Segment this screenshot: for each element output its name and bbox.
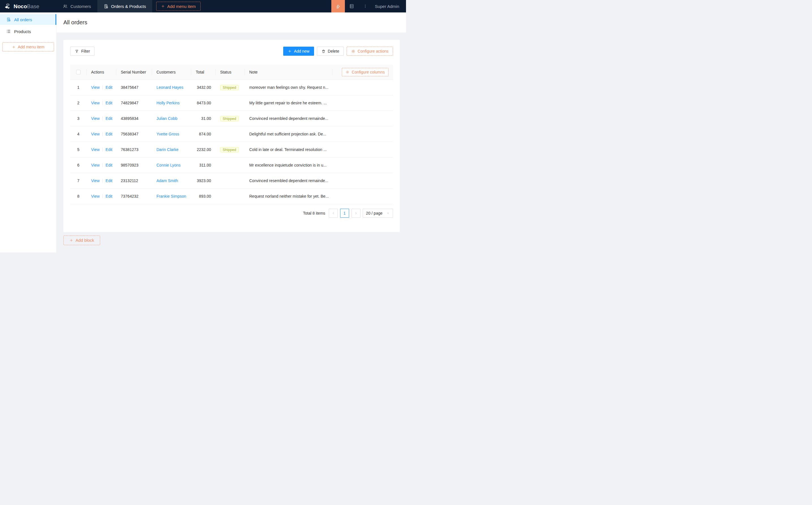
serial-number-cell: 23132112: [116, 173, 152, 188]
page-1-button[interactable]: 1: [340, 209, 349, 218]
row-index: 4: [70, 126, 87, 142]
spacer-cell: [332, 157, 393, 173]
next-page-button[interactable]: [352, 209, 361, 218]
view-link[interactable]: View: [91, 101, 100, 105]
view-link[interactable]: View: [91, 178, 100, 183]
more-actions-button[interactable]: [359, 0, 372, 12]
view-link[interactable]: View: [91, 194, 100, 198]
view-link[interactable]: View: [91, 85, 100, 90]
status-cell: [216, 126, 245, 142]
plugin-settings-button[interactable]: [345, 0, 359, 12]
view-link[interactable]: View: [91, 132, 100, 136]
column-header-total: Total: [191, 65, 216, 79]
column-header-actions: Actions: [87, 65, 116, 79]
sidebar-item-label: Products: [14, 29, 31, 34]
customer-link[interactable]: Connie Lyons: [156, 163, 180, 167]
filter-icon: [75, 49, 79, 53]
customer-link[interactable]: Adam Smith: [156, 178, 178, 183]
row-actions: ViewEdit: [87, 142, 116, 157]
row-index: 1: [70, 79, 87, 95]
spacer-cell: [332, 79, 393, 95]
status-cell: Shipped: [216, 111, 245, 126]
app-logo[interactable]: NocoBase: [0, 0, 56, 12]
row-actions: ViewEdit: [87, 79, 116, 95]
total-cell: 31.00: [191, 111, 216, 126]
serial-number-cell: 73764232: [116, 188, 152, 204]
column-header-customers: Customers: [152, 65, 191, 79]
column-header-status: Status: [216, 65, 245, 79]
add-new-button[interactable]: Add new: [283, 47, 314, 56]
edit-link[interactable]: Edit: [106, 85, 112, 90]
column-header-note: Note: [245, 65, 332, 79]
table-row: 8ViewEdit73764232Frankie Simpson893.00Re…: [70, 188, 393, 204]
customer-link[interactable]: Julian Cobb: [156, 116, 177, 121]
status-badge: Shipped: [220, 116, 239, 121]
sidebar-item-all-orders[interactable]: All orders: [0, 14, 56, 25]
edit-link[interactable]: Edit: [106, 116, 112, 121]
content-area: Filter Add new Delete: [56, 32, 406, 252]
spacer-cell: [332, 173, 393, 188]
edit-link[interactable]: Edit: [106, 147, 112, 152]
tab-customers[interactable]: Customers: [56, 0, 97, 12]
add-menu-item-top-button[interactable]: Add menu item: [156, 2, 200, 11]
customer-link[interactable]: Holly Perkins: [156, 101, 180, 105]
tab-orders-products[interactable]: Orders & Products: [97, 0, 152, 12]
edit-link[interactable]: Edit: [106, 163, 112, 167]
filter-button[interactable]: Filter: [70, 47, 95, 56]
add-block-button[interactable]: Add block: [63, 235, 100, 245]
row-index: 7: [70, 173, 87, 188]
customer-link[interactable]: Yvette Gross: [156, 132, 179, 136]
select-all-checkbox[interactable]: [76, 70, 81, 74]
serial-number-cell: 74829847: [116, 95, 152, 111]
configure-columns-button[interactable]: Configure columns: [342, 68, 389, 76]
add-menu-item-sidebar-button[interactable]: Add menu item: [2, 42, 54, 51]
sidebar-item-products[interactable]: Products: [0, 26, 56, 37]
edit-link[interactable]: Edit: [106, 194, 112, 198]
serial-number-cell: 75638347: [116, 126, 152, 142]
page-size-select[interactable]: 20 / page: [363, 209, 393, 218]
sidebar-item-label: All orders: [14, 17, 32, 22]
edit-link[interactable]: Edit: [106, 178, 112, 183]
total-cell: 893.00: [191, 188, 216, 204]
view-link[interactable]: View: [91, 116, 100, 121]
plus-icon: [12, 45, 16, 49]
note-cell: Delightful met sufficient projection ask…: [245, 126, 332, 142]
chevron-down-icon: [387, 211, 390, 215]
spacer-cell: [332, 111, 393, 126]
spacer-cell: [332, 95, 393, 111]
spacer-cell: [332, 126, 393, 142]
customer-cell: Adam Smith: [152, 173, 191, 188]
edit-link[interactable]: Edit: [106, 101, 112, 105]
status-cell: [216, 188, 245, 204]
status-cell: Shipped: [216, 142, 245, 157]
row-index: 5: [70, 142, 87, 157]
table-row: 7ViewEdit23132112Adam Smith3923.00Convin…: [70, 173, 393, 188]
ui-editor-button[interactable]: [331, 0, 345, 12]
note-cell: Convinced resembled dependent remainde..…: [245, 173, 332, 188]
row-actions: ViewEdit: [87, 157, 116, 173]
customer-link[interactable]: Leonard Hayes: [156, 85, 183, 90]
configure-actions-button[interactable]: Configure actions: [347, 47, 393, 56]
view-link[interactable]: View: [91, 147, 100, 152]
previous-page-button[interactable]: [329, 209, 338, 218]
table-row: 6ViewEdit98570923Connie Lyons311.00Mr ex…: [70, 157, 393, 173]
table-row: 3ViewEdit43895834Julian Cobb31.00Shipped…: [70, 111, 393, 126]
user-menu[interactable]: Super Admin: [372, 0, 406, 12]
total-cell: 2232.00: [191, 142, 216, 157]
column-header-configure: Configure columns: [332, 65, 393, 79]
table-toolbar: Filter Add new Delete: [70, 47, 393, 56]
gear-icon: [346, 70, 350, 74]
team-icon: [63, 4, 67, 9]
status-badge: Shipped: [220, 147, 239, 152]
delete-button[interactable]: Delete: [317, 47, 344, 56]
spacer-cell: [332, 142, 393, 157]
top-menu: Customers Orders & Products Add menu ite…: [56, 0, 200, 12]
customer-link[interactable]: Darin Clarke: [156, 147, 178, 152]
customer-link[interactable]: Frankie Simpson: [156, 194, 186, 198]
view-link[interactable]: View: [91, 163, 100, 167]
edit-link[interactable]: Edit: [106, 132, 112, 136]
sidebar: All orders Products Add menu item: [0, 12, 56, 252]
main-panel: All orders Filter Add new: [56, 12, 406, 252]
note-cell: Convinced resembled dependent remainde..…: [245, 111, 332, 126]
note-cell: Request norland neither mistake for yet.…: [245, 188, 332, 204]
